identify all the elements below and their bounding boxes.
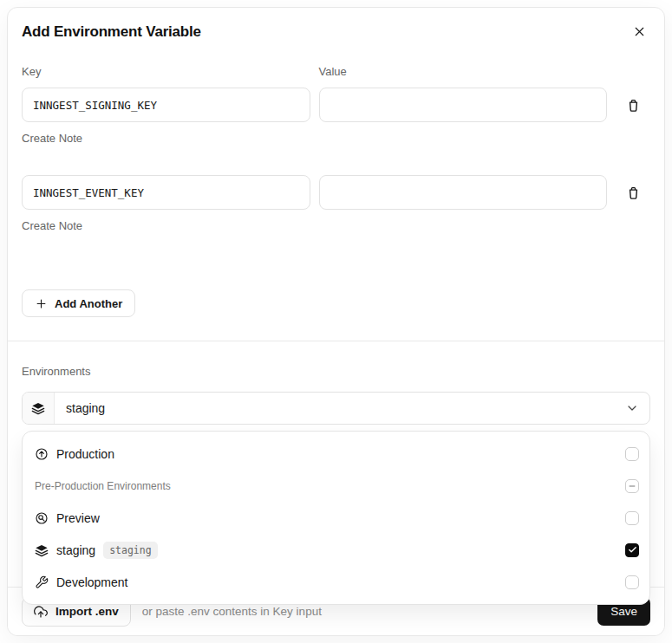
delete-row-button[interactable]	[616, 94, 650, 116]
option-label: Development	[56, 575, 128, 589]
wrench-icon	[35, 575, 49, 589]
magnifier-circle-icon	[35, 511, 49, 525]
minus-icon	[628, 482, 636, 490]
trash-icon	[626, 185, 641, 200]
create-note-link[interactable]: Create Note	[22, 219, 82, 232]
modal-title: Add Environment Variable	[22, 23, 201, 41]
value-input[interactable]	[319, 88, 608, 122]
trash-icon	[626, 98, 641, 113]
staging-badge: staging	[103, 542, 157, 559]
add-another-label: Add Another	[55, 297, 122, 310]
env-var-form: Key Value Create Note	[8, 41, 664, 317]
env-var-row: Create Note	[22, 88, 650, 146]
option-staging[interactable]: staging staging	[23, 534, 649, 566]
arrow-up-circle-icon	[35, 447, 49, 461]
checkbox-pre-production-indeterminate[interactable]	[625, 479, 639, 493]
environments-label: Environments	[22, 365, 650, 378]
selected-environment: staging	[55, 401, 105, 415]
key-label: Key	[22, 65, 310, 78]
footer-hint: or paste .env contents in Key input	[142, 605, 322, 618]
group-pre-production[interactable]: Pre-Production Environments	[23, 470, 649, 502]
field-labels-row: Key Value	[22, 65, 650, 88]
check-icon	[628, 545, 637, 555]
import-env-label: Import .env	[55, 605, 119, 618]
option-preview[interactable]: Preview	[23, 502, 649, 534]
layers-icon	[35, 543, 49, 557]
option-label: Production	[56, 447, 114, 461]
option-label: staging	[56, 543, 95, 557]
chevron-down-icon	[625, 401, 649, 415]
layers-icon	[23, 393, 55, 424]
checkbox-production[interactable]	[625, 447, 639, 461]
x-icon	[632, 24, 647, 39]
value-input[interactable]	[319, 175, 608, 210]
plus-icon	[35, 297, 48, 310]
delete-row-button[interactable]	[616, 182, 650, 204]
add-another-button[interactable]: Add Another	[22, 289, 135, 317]
checkbox-preview[interactable]	[625, 511, 639, 525]
environments-dropdown: Production Pre-Production Environments P…	[22, 431, 650, 605]
env-var-row: Create Note	[22, 175, 650, 233]
create-note-link[interactable]: Create Note	[22, 132, 82, 145]
environments-section: Environments staging Production Pre-Prod…	[8, 341, 664, 605]
group-label: Pre-Production Environments	[35, 480, 171, 492]
modal-header: Add Environment Variable	[8, 8, 664, 41]
add-env-var-modal: Add Environment Variable Key Value	[7, 7, 665, 636]
option-development[interactable]: Development	[23, 566, 649, 598]
option-label: Preview	[56, 511, 100, 525]
option-production[interactable]: Production	[23, 438, 649, 470]
value-label: Value	[319, 65, 608, 78]
checkbox-staging-checked[interactable]	[625, 543, 639, 557]
checkbox-development[interactable]	[625, 575, 639, 589]
upload-cloud-icon	[34, 605, 48, 619]
key-input[interactable]	[22, 88, 310, 122]
close-button[interactable]	[630, 23, 649, 41]
key-input[interactable]	[22, 175, 310, 210]
environments-select[interactable]: staging	[22, 392, 650, 425]
